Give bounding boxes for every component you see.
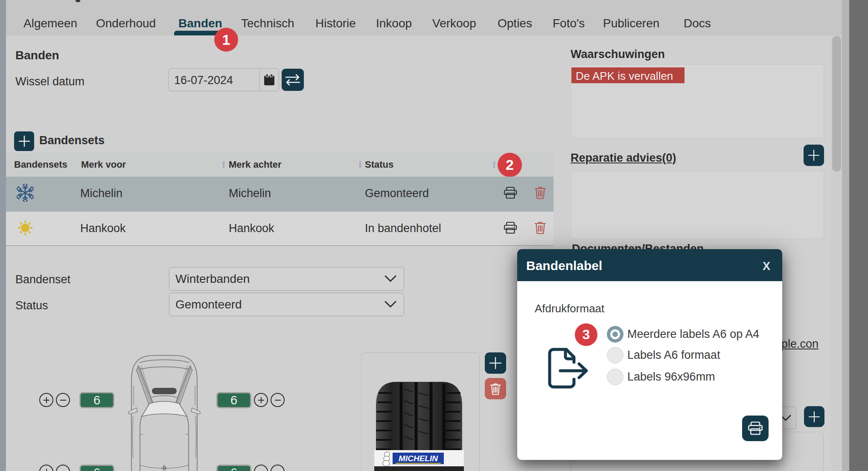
svg-text:MICHELIN: MICHELIN bbox=[399, 454, 438, 463]
